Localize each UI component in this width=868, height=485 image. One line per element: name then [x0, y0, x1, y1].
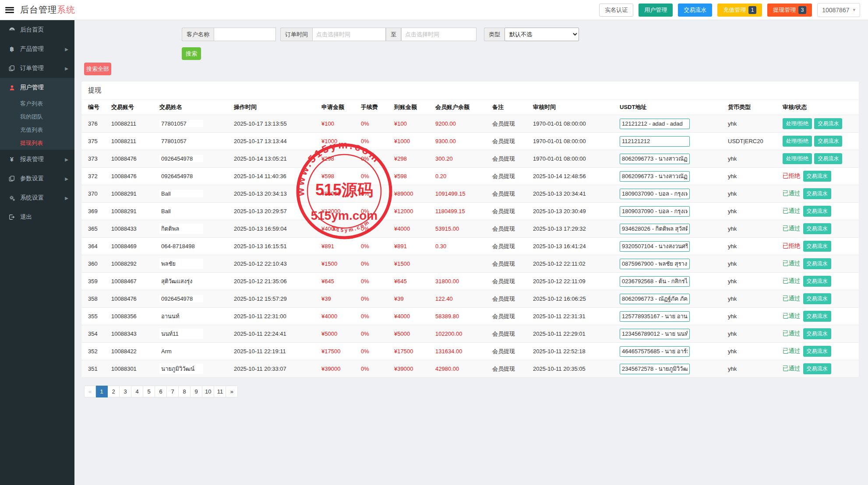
table-row: 36510088433กิตติพล2025-10-13 16:59:04¥40… — [81, 220, 859, 238]
cell-balance: 53915.00 — [432, 220, 489, 238]
cell-name: Arm — [156, 343, 230, 360]
handle-reject-button[interactable]: 处理/拒绝 — [783, 118, 812, 129]
sidebar-subitem-withdraw-list[interactable]: 提现列表 — [0, 137, 74, 150]
trade-flow-button[interactable]: 交易流水 — [814, 136, 842, 147]
sidebar-subitem-label: 我的团队 — [20, 113, 43, 121]
trade-flow-button[interactable]: 交易流水 — [803, 346, 831, 357]
trade-flow-button[interactable]: 交易流水 — [803, 328, 831, 339]
cell-audit-time: 2025-10-14 12:48:56 — [529, 168, 616, 185]
sidebar-item-params[interactable]: 参数设置 ▶ — [0, 169, 74, 188]
usdt-address-input[interactable] — [620, 329, 690, 339]
withdraw-manage-button[interactable]: 提现管理3 — [767, 4, 812, 17]
usdt-address-input[interactable] — [620, 364, 690, 374]
name-box: นนท์11 — [159, 329, 203, 339]
usdt-address-input[interactable] — [620, 259, 690, 269]
trade-flow-button[interactable]: 交易流水 — [803, 188, 831, 199]
trade-flow-button[interactable]: 交易流水 — [803, 241, 831, 252]
column-header: 编号 — [81, 100, 108, 115]
cell-amount: ¥17500 — [318, 343, 357, 360]
search-button[interactable]: 搜索 — [182, 47, 201, 60]
usdt-address-input[interactable] — [620, 119, 690, 129]
name-box: 0926454978 — [159, 155, 203, 162]
trade-flow-button[interactable]: 交易流水 — [803, 363, 831, 374]
cell-usdt-address — [616, 203, 724, 220]
recharge-manage-button[interactable]: 充值管理1 — [717, 4, 762, 17]
sidebar-item-dashboard[interactable]: 后台首页 — [0, 20, 74, 39]
trade-flow-button[interactable]: 交易流水 — [803, 293, 831, 304]
page-button-1[interactable]: 1 — [96, 386, 108, 397]
button-label: 交易流水 — [684, 6, 706, 14]
type-select[interactable]: 默认不选 — [505, 28, 579, 41]
page-button-2[interactable]: 2 — [108, 386, 120, 397]
page-button-10[interactable]: 10 — [202, 386, 214, 397]
usdt-address-input[interactable] — [620, 241, 690, 252]
usdt-address-input[interactable] — [620, 311, 690, 322]
sidebar-item-reports[interactable]: ¥ 报表管理 ▶ — [0, 150, 74, 169]
time-end-input[interactable] — [401, 28, 476, 41]
customer-name-label: 客户名称 — [182, 28, 214, 41]
page-button-4[interactable]: 4 — [131, 386, 143, 397]
cell-balance: 300.20 — [432, 150, 489, 168]
usdt-address-input[interactable] — [620, 346, 690, 357]
sidebar-item-logout[interactable]: 退出 — [0, 207, 74, 227]
usdt-address-input[interactable] — [620, 224, 690, 234]
sidebar-item-products[interactable]: ฿ 产品管理 ▶ — [0, 39, 74, 59]
page-button-6[interactable]: 6 — [155, 386, 167, 397]
user-manage-button[interactable]: 用户管理 — [639, 4, 673, 17]
cell-currency: yhk — [724, 168, 779, 185]
trade-flow-button[interactable]: 交易流水 — [803, 206, 831, 217]
chevron-right-icon: ▶ — [65, 196, 68, 200]
handle-reject-button[interactable]: 处理/拒绝 — [783, 136, 812, 147]
page-button-8[interactable]: 8 — [179, 386, 191, 397]
cell-arrive: ¥17500 — [391, 343, 432, 360]
cell-arrive: ¥12000 — [391, 203, 432, 220]
cell-status: 已通过交易流水 — [779, 255, 859, 273]
page-button-9[interactable]: 9 — [191, 386, 202, 397]
trade-flow-button[interactable]: 交易流水 — [814, 118, 842, 129]
page-button-«[interactable]: « — [84, 386, 96, 397]
trade-flow-button[interactable]: 交易流水 — [803, 311, 831, 322]
trade-flow-top-button[interactable]: 交易流水 — [678, 4, 712, 17]
page-button-3[interactable]: 3 — [120, 386, 131, 397]
trade-flow-button[interactable]: 交易流水 — [803, 276, 831, 287]
trade-flow-button[interactable]: 交易流水 — [814, 153, 842, 164]
usdt-address-input[interactable] — [620, 154, 690, 164]
cell-name: 0926454978 — [156, 150, 230, 168]
realname-auth-button[interactable]: 实名认证 — [599, 4, 633, 17]
sidebar-subitem-customer-list[interactable]: 客户列表 — [0, 97, 74, 110]
usdt-address-input[interactable] — [620, 189, 690, 199]
usdt-address-input[interactable] — [620, 136, 690, 147]
sidebar-subitem-recharge-list[interactable]: 充值列表 — [0, 123, 74, 137]
customer-name-input[interactable] — [214, 28, 276, 41]
table-row: 35410088343นนท์112025-10-11 22:24:41¥500… — [81, 325, 859, 343]
usdt-address-input[interactable] — [620, 294, 690, 304]
search-all-button[interactable]: 搜索全部 — [84, 63, 111, 75]
time-start-input[interactable] — [312, 28, 386, 41]
cell-remark: 会员提现 — [489, 360, 529, 378]
page-button-11[interactable]: 11 — [214, 386, 226, 397]
cell-name: 77801057 — [156, 133, 230, 150]
usdt-address-input[interactable] — [620, 171, 690, 182]
page-button-5[interactable]: 5 — [143, 386, 155, 397]
usdt-address-input[interactable] — [620, 276, 690, 287]
trade-flow-button[interactable]: 交易流水 — [803, 258, 831, 269]
trade-flow-button[interactable]: 交易流水 — [803, 223, 831, 234]
sidebar-item-orders[interactable]: 订单管理 ▶ — [0, 59, 74, 78]
usdt-address-input[interactable] — [620, 206, 690, 217]
cell-balance: 1091499.15 — [432, 185, 489, 203]
sidebar-item-users[interactable]: 用户管理 — [0, 78, 74, 97]
column-header: 手续费 — [357, 100, 391, 115]
user-id-dropdown[interactable]: 10087867 ▾ — [817, 3, 860, 17]
trade-flow-button[interactable]: 交易流水 — [803, 171, 831, 182]
dashboard-icon — [8, 27, 16, 33]
status-text: 已通过 — [783, 190, 801, 197]
page-button-»[interactable]: » — [226, 386, 238, 397]
handle-reject-button[interactable]: 处理/拒绝 — [783, 153, 812, 164]
sidebar-item-system[interactable]: 系统设置 ▶ — [0, 188, 74, 207]
cell-arrive: ¥1500 — [391, 255, 432, 273]
page-button-7[interactable]: 7 — [167, 386, 179, 397]
withdraw-table: 编号交易账号交易姓名操作时间申请金额手续费到账金额会员账户余额备注审核时间USD… — [81, 100, 859, 377]
hamburger-menu-icon[interactable] — [5, 7, 14, 13]
sidebar-subitem-my-team[interactable]: 我的团队 — [0, 110, 74, 123]
cell-status: 已通过交易流水 — [779, 273, 859, 290]
